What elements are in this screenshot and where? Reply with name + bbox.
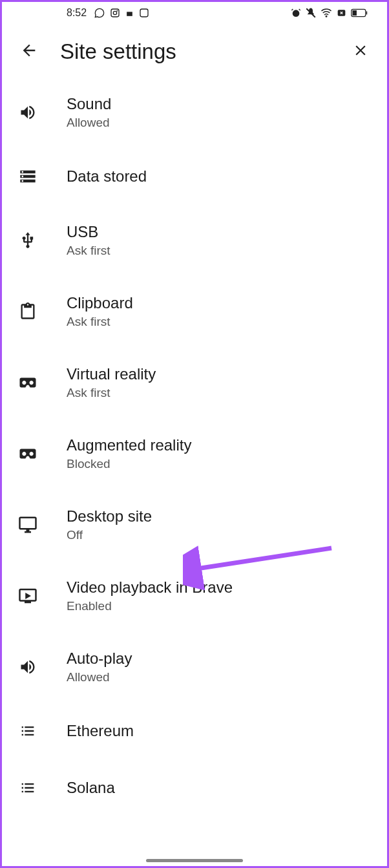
nav-bar[interactable]	[146, 859, 243, 862]
desktop-icon	[17, 514, 38, 535]
status-bar: 8:52	[2, 2, 387, 24]
svg-point-1	[113, 11, 116, 14]
status-time: 8:52	[67, 7, 87, 19]
settings-item-usb[interactable]: USB Ask first	[2, 205, 387, 276]
svg-point-2	[116, 10, 118, 12]
svg-rect-4	[140, 9, 148, 17]
settings-text: USB Ask first	[67, 223, 110, 258]
autoplay-icon	[17, 657, 38, 677]
svg-rect-0	[111, 9, 119, 17]
settings-text: Augmented reality Blocked	[67, 436, 191, 471]
settings-item-ar[interactable]: Augmented reality Blocked	[2, 418, 387, 489]
svg-rect-10	[366, 12, 368, 15]
silent-icon	[305, 7, 317, 19]
settings-subtitle: Enabled	[67, 599, 233, 613]
status-right	[291, 7, 368, 19]
settings-item-video-playback[interactable]: Video playback in Brave Enabled	[2, 560, 387, 631]
settings-title: Sound	[67, 95, 111, 113]
settings-text: Data stored	[67, 167, 147, 185]
wifi-icon	[321, 7, 332, 19]
settings-subtitle: Ask first	[67, 386, 156, 400]
page-title: Site settings	[60, 39, 330, 64]
svg-rect-9	[352, 10, 357, 16]
settings-title: Video playback in Brave	[67, 578, 233, 597]
settings-title: Virtual reality	[67, 365, 156, 383]
header: Site settings	[2, 24, 387, 77]
sound-icon	[17, 102, 38, 123]
app-icon	[139, 8, 149, 18]
settings-item-sound[interactable]: Sound Allowed	[2, 77, 387, 148]
settings-text: Auto-play Allowed	[67, 650, 132, 684]
settings-title: Data stored	[67, 167, 147, 185]
settings-subtitle: Allowed	[67, 670, 132, 684]
battery-icon	[351, 8, 368, 17]
settings-title: Solana	[67, 779, 115, 797]
settings-title: Augmented reality	[67, 436, 191, 454]
settings-subtitle: Off	[67, 528, 152, 542]
settings-subtitle: Ask first	[67, 244, 110, 258]
settings-text: Video playback in Brave Enabled	[67, 578, 233, 613]
video-icon	[17, 586, 38, 606]
status-left: 8:52	[67, 7, 149, 19]
usb-icon	[17, 230, 38, 251]
settings-item-autoplay[interactable]: Auto-play Allowed	[2, 631, 387, 703]
settings-text: Ethereum	[67, 722, 134, 740]
instagram-icon	[110, 8, 120, 18]
storage-icon	[17, 166, 38, 187]
svg-rect-3	[127, 12, 132, 16]
ar-icon	[17, 443, 38, 464]
settings-title: USB	[67, 223, 110, 241]
settings-list: Sound Allowed Data stored USB Ask first …	[2, 77, 387, 816]
settings-item-solana[interactable]: Solana	[2, 759, 387, 816]
settings-text: Clipboard Ask first	[67, 294, 133, 329]
back-icon[interactable]	[20, 41, 38, 62]
settings-title: Ethereum	[67, 722, 134, 740]
whatsapp-icon	[94, 8, 105, 18]
svg-point-5	[293, 10, 300, 17]
settings-text: Sound Allowed	[67, 95, 111, 130]
settings-item-desktop-site[interactable]: Desktop site Off	[2, 489, 387, 560]
clipboard-icon	[17, 301, 38, 322]
vr-icon	[17, 372, 38, 393]
settings-subtitle: Allowed	[67, 116, 111, 130]
settings-subtitle: Ask first	[67, 315, 133, 329]
settings-title: Auto-play	[67, 650, 132, 668]
settings-item-ethereum[interactable]: Ethereum	[2, 703, 387, 759]
list-icon	[17, 721, 38, 741]
settings-item-vr[interactable]: Virtual reality Ask first	[2, 347, 387, 418]
close-icon[interactable]	[352, 42, 369, 61]
settings-title: Desktop site	[67, 507, 152, 525]
close-status-icon	[336, 8, 347, 17]
settings-item-clipboard[interactable]: Clipboard Ask first	[2, 276, 387, 347]
settings-item-data-stored[interactable]: Data stored	[2, 148, 387, 205]
settings-text: Solana	[67, 779, 115, 797]
list-icon	[17, 778, 38, 798]
alarm-icon	[291, 8, 301, 18]
settings-text: Desktop site Off	[67, 507, 152, 542]
shop-icon	[125, 9, 134, 17]
settings-text: Virtual reality Ask first	[67, 365, 156, 400]
settings-title: Clipboard	[67, 294, 133, 312]
settings-subtitle: Blocked	[67, 457, 191, 471]
